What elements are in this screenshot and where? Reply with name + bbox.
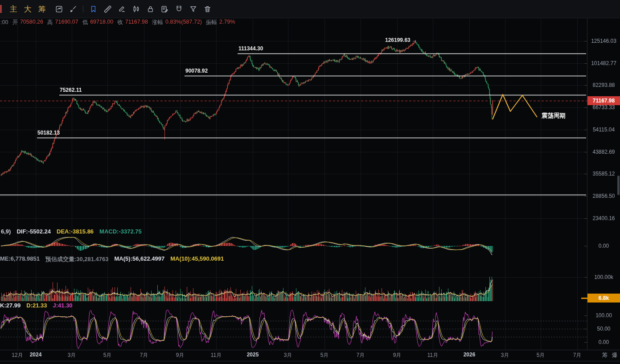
volume-label-row: ME:6,778.9851 预估成交量:30,281.4763 MA(5):56… (0, 255, 224, 263)
time-tick-label: 3月 (501, 352, 509, 359)
trash-icon[interactable] (200, 4, 214, 14)
price-axis-label: 66733.33 (587, 104, 620, 110)
trading-app: 主 大 筹 (0, 0, 620, 364)
close-field: 收71167.98 (117, 19, 148, 26)
tab-liquidation-indicator[interactable]: 爆 (612, 352, 618, 359)
note-edit-icon[interactable] (157, 4, 172, 14)
time-tick-label: 9月 (393, 352, 402, 359)
time-tick-label: 2026 (464, 352, 476, 358)
toolbar-separator (83, 5, 83, 12)
tab-large-chart[interactable]: 大 (21, 4, 35, 14)
time-tick-label: 9月 (176, 352, 185, 359)
kdj-d-value: D:21.33 (26, 302, 47, 309)
time-tick-label: 7月 (357, 352, 365, 359)
tab-main-chart[interactable]: 主 (6, 4, 21, 14)
macd-value: MACD:-3372.75 (99, 228, 142, 235)
chart-canvas[interactable] (0, 0, 620, 364)
kdj-axis-label: 100.00 (587, 312, 620, 319)
open-field: 开70580.26 (12, 19, 43, 26)
time-tick-label: 12月 (12, 352, 23, 359)
price-axis-label: 82293.88 (587, 82, 620, 88)
kdj-k-value: K:27.99 (0, 302, 21, 309)
price-axis-label: 35585.12 (587, 171, 620, 177)
change-field: 涨幅0.83%(587.72) (152, 19, 202, 26)
price-axis-label: 43882.69 (587, 149, 620, 155)
time-fragment: :00 (0, 19, 8, 25)
macd-axis-label: 0.00 (587, 243, 620, 249)
kdj-label-row: K:27.99 D:21.33 J:41.30 (0, 302, 73, 309)
volume-ma10: MA(10):45,590.0691 (170, 255, 224, 263)
pencil-draw-icon[interactable] (115, 4, 129, 14)
estimated-volume: 预估成交量:30,281.4763 (45, 255, 109, 263)
tab-chips[interactable]: 筹 (35, 4, 49, 14)
ruler-icon[interactable] (100, 4, 115, 14)
price-axis-label: 23400.16 (587, 215, 620, 221)
time-tick-label: 5月 (320, 352, 329, 359)
time-tick-label: 7月 (140, 352, 148, 359)
volume-axis-label: 100.00k (587, 274, 620, 280)
macd-label-row: 6,9) DIF:-5502.24 DEA:-3815.86 MACD:-337… (1, 228, 142, 235)
tab-chips-indicator[interactable]: 筹 (602, 352, 608, 359)
price-axis-label: 125146.03 (587, 38, 620, 44)
level-label[interactable]: 90078.92 (185, 68, 208, 74)
level-label[interactable]: 75262.11 (60, 87, 82, 93)
dea-value: DEA:-3815.86 (57, 228, 94, 235)
filter-icon[interactable] (186, 4, 200, 14)
time-tick-label: 11月 (211, 352, 222, 359)
bookmark-icon[interactable] (86, 4, 100, 14)
time-tick-label: 5月 (537, 352, 545, 359)
low-field: 低69718.00 (82, 19, 114, 26)
dif-value: DIF:-5502.24 (16, 228, 51, 235)
time-tick-label: 3月 (284, 352, 292, 359)
toolbar: 主 大 筹 (0, 0, 620, 18)
time-tick-label: 2024 (30, 352, 42, 358)
lock-icon[interactable] (143, 4, 157, 14)
scrollbar-thumb[interactable] (617, 176, 620, 195)
current-price-badge: 71167.98 (587, 96, 620, 105)
volume-ma5: MA(5):56,622.4997 (115, 255, 165, 263)
current-volume-badge: 6.8k (587, 294, 620, 303)
volume-value: ME:6,778.9851 (0, 255, 40, 263)
high-field: 高71690.07 (47, 19, 78, 26)
kdj-axis-label: 0.00 (587, 339, 620, 345)
macd-params: 6,9) (1, 228, 11, 235)
time-tick-label: 3月 (68, 352, 76, 359)
level-label[interactable]: 50182.13 (37, 130, 60, 136)
level-label[interactable]: 111344.30 (238, 45, 263, 52)
partial-icon[interactable] (0, 5, 2, 13)
peak-price-label: 126199.63 → (385, 37, 417, 43)
time-tick-label: 11月 (427, 352, 438, 359)
kdj-j-value: J:41.30 (53, 302, 73, 309)
brush-cursor-icon[interactable] (66, 4, 80, 14)
candlestick-icon[interactable] (129, 4, 143, 14)
price-axis-label: 54115.04 (587, 127, 620, 133)
time-tick-label: 5月 (103, 352, 112, 359)
price-axis-label: 28856.50 (587, 193, 620, 199)
time-tick-label: 7月 (573, 352, 582, 359)
amplitude-field: 振幅2.79% (206, 19, 235, 26)
magnet-icon[interactable] (172, 4, 186, 14)
price-axis-label: 101482.77 (587, 60, 620, 66)
ohlc-infobar: :00 开70580.26 高71690.07 低69718.00 收71167… (0, 18, 235, 27)
time-tick-label: 2025 (247, 352, 259, 358)
kdj-axis-label: 50.00 (587, 326, 620, 332)
edit-square-icon[interactable] (52, 4, 66, 14)
oscillation-annotation[interactable]: 震荡周期 (542, 112, 566, 120)
